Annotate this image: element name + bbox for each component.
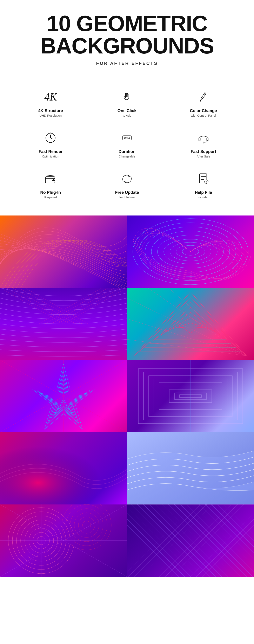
feature-subtitle-update: for Lifetime bbox=[119, 196, 135, 199]
svg-line-41 bbox=[191, 292, 247, 356]
feature-subtitle-colorchange: with Control Panel bbox=[191, 114, 216, 117]
feature-title-render: Fast Render bbox=[39, 149, 63, 154]
feature-support: Fast Support After Sale bbox=[165, 124, 242, 162]
gallery-item-3 bbox=[0, 288, 127, 360]
svg-line-93 bbox=[127, 504, 254, 577]
header-section: 10 GEOMETRIC BACKGROUNDS FOR AFTER EFFEC… bbox=[0, 0, 254, 74]
feature-fast-render: Fast Render Optimization bbox=[12, 124, 89, 162]
svg-rect-71 bbox=[0, 432, 127, 504]
svg-line-42 bbox=[168, 288, 247, 356]
svg-marker-30 bbox=[150, 307, 231, 344]
svg-line-3 bbox=[50, 138, 53, 139]
svg-line-111 bbox=[127, 504, 254, 577]
gallery-grid bbox=[0, 216, 254, 577]
feature-title-noplugin: No Plug-In bbox=[40, 190, 61, 195]
gallery-item-2 bbox=[127, 216, 254, 288]
wallet-icon bbox=[42, 170, 59, 187]
gallery-item-6 bbox=[127, 360, 254, 432]
feature-title-update: Free Update bbox=[115, 190, 139, 195]
headset-icon bbox=[195, 130, 212, 146]
feature-title-4k: 4K Structure bbox=[38, 108, 63, 113]
feature-title-helpfile: Help File bbox=[195, 190, 212, 195]
help-file-icon: ? bbox=[195, 170, 212, 187]
feature-subtitle-helpfile: Included bbox=[198, 196, 209, 199]
svg-line-91 bbox=[127, 504, 254, 577]
refresh-icon bbox=[119, 170, 135, 187]
svg-line-113 bbox=[127, 504, 254, 577]
main-title: 10 GEOMETRIC BACKGROUNDS bbox=[16, 12, 238, 57]
eyedropper-icon bbox=[195, 89, 212, 105]
svg-line-95 bbox=[131, 504, 254, 577]
svg-marker-29 bbox=[145, 302, 236, 348]
feature-subtitle-oneclick: to Add bbox=[123, 114, 132, 117]
gallery-item-1 bbox=[0, 216, 127, 288]
feature-subtitle-render: Optimization bbox=[42, 154, 59, 158]
svg-point-84 bbox=[74, 513, 99, 538]
svg-point-86 bbox=[82, 521, 91, 529]
svg-text:00:50: 00:50 bbox=[124, 137, 130, 139]
feature-subtitle-support: After Sale bbox=[197, 154, 210, 158]
timer-icon: 00:50 bbox=[119, 130, 135, 146]
svg-rect-11 bbox=[207, 138, 208, 141]
svg-marker-27 bbox=[134, 292, 247, 356]
hand-click-icon bbox=[119, 89, 135, 105]
gallery-section bbox=[0, 216, 254, 577]
svg-line-112 bbox=[127, 504, 254, 577]
svg-line-92 bbox=[127, 504, 254, 577]
feature-4k: 4K 4K Structure UHD Resolution bbox=[12, 82, 89, 121]
svg-point-82 bbox=[66, 504, 107, 546]
feature-subtitle-4k: UHD Resolution bbox=[39, 114, 62, 117]
feature-help-file: ? Help File Included bbox=[165, 164, 242, 203]
gallery-item-9 bbox=[0, 504, 127, 577]
svg-text:?: ? bbox=[206, 180, 207, 183]
features-grid: 4K 4K Structure UHD Resolution One Click… bbox=[12, 82, 242, 203]
feature-subtitle-duration: Changeable bbox=[119, 154, 135, 158]
feature-free-update: Free Update for Lifetime bbox=[89, 164, 165, 203]
svg-point-85 bbox=[78, 517, 95, 533]
feature-title-duration: Duration bbox=[119, 149, 135, 154]
feature-title-colorchange: Color Change bbox=[190, 108, 217, 113]
feature-subtitle-noplugin: Required bbox=[44, 196, 57, 199]
svg-line-114 bbox=[127, 504, 254, 577]
svg-line-45 bbox=[127, 319, 247, 356]
gallery-item-7 bbox=[0, 432, 127, 504]
gallery-item-4 bbox=[127, 288, 254, 360]
feature-title-oneclick: One Click bbox=[118, 108, 136, 113]
svg-point-0 bbox=[200, 100, 201, 102]
feature-title-support: Fast Support bbox=[191, 149, 216, 154]
svg-line-43 bbox=[148, 288, 247, 356]
svg-point-14 bbox=[53, 179, 54, 180]
feature-duration: 00:50 Duration Changeable bbox=[89, 124, 165, 162]
svg-point-83 bbox=[70, 508, 103, 542]
features-section: 4K 4K Structure UHD Resolution One Click… bbox=[0, 74, 254, 216]
gallery-item-8 bbox=[127, 432, 254, 504]
svg-line-94 bbox=[127, 504, 254, 577]
gallery-item-5 bbox=[0, 360, 127, 432]
gallery-item-10 bbox=[127, 504, 254, 577]
svg-point-81 bbox=[62, 504, 111, 550]
svg-marker-32 bbox=[160, 318, 221, 335]
clock-icon bbox=[42, 130, 59, 146]
subtitle: FOR AFTER EFFECTS bbox=[16, 61, 238, 66]
svg-rect-10 bbox=[199, 138, 200, 141]
feature-no-plugin: No Plug-In Required bbox=[12, 164, 89, 203]
4k-icon: 4K bbox=[42, 89, 59, 105]
svg-rect-12 bbox=[45, 177, 55, 183]
svg-line-115 bbox=[127, 504, 250, 577]
feature-one-click: One Click to Add bbox=[89, 82, 165, 121]
feature-color-change: Color Change with Control Panel bbox=[165, 82, 242, 121]
